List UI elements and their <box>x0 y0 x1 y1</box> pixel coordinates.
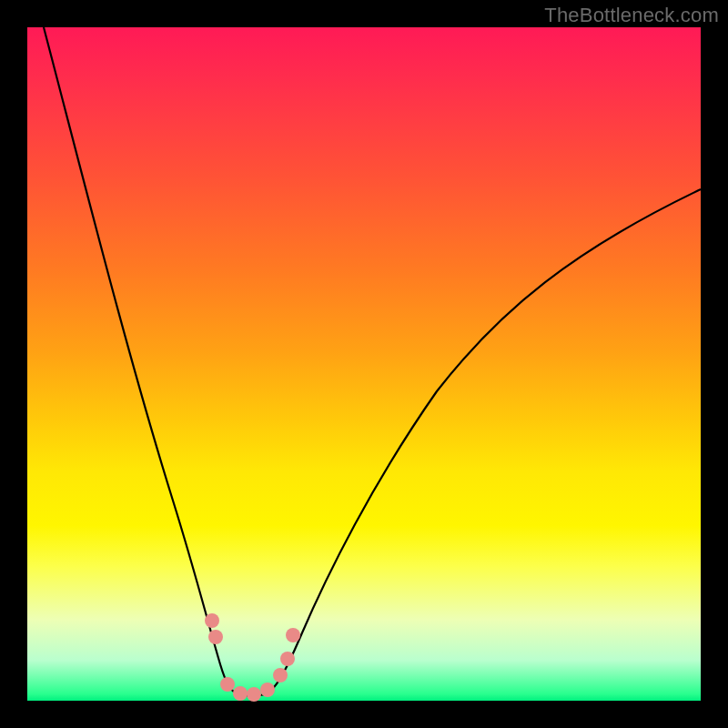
chart-svg <box>27 27 701 701</box>
svg-point-6 <box>273 668 288 682</box>
plot-area <box>27 27 701 701</box>
svg-point-0 <box>205 613 219 628</box>
svg-point-8 <box>286 628 300 642</box>
watermark-text: TheBottleneck.com <box>544 4 719 27</box>
svg-point-4 <box>247 687 261 702</box>
svg-point-7 <box>280 652 295 666</box>
curve-left-branch <box>44 27 238 694</box>
chart-frame: TheBottleneck.com <box>0 0 728 728</box>
svg-point-1 <box>208 630 223 644</box>
curve-right-branch <box>266 189 701 694</box>
svg-point-3 <box>233 686 248 701</box>
svg-point-5 <box>260 682 275 697</box>
svg-point-2 <box>220 677 235 692</box>
